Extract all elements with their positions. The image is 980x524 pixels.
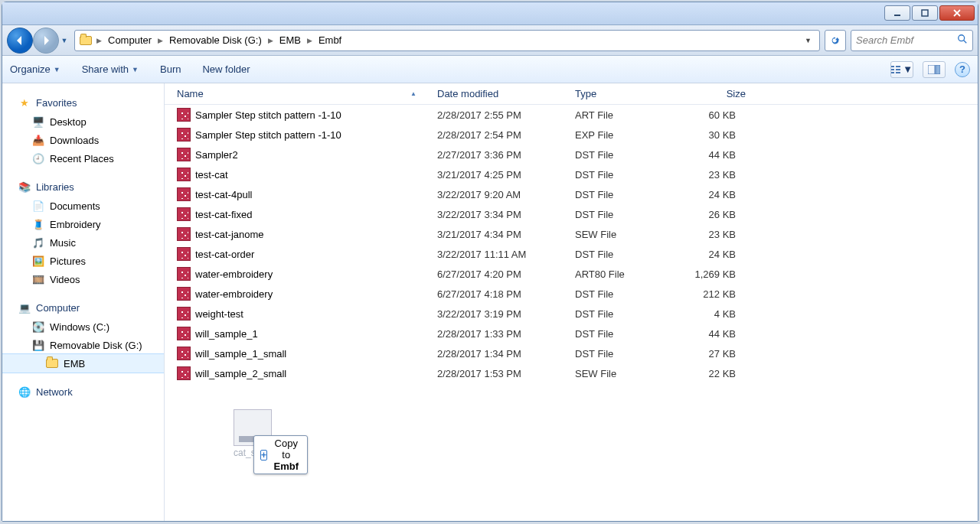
column-header-date[interactable]: Date modified [431, 88, 569, 99]
chevron-right-icon[interactable]: ▶ [95, 37, 103, 44]
file-name: water-embroidery [195, 288, 273, 300]
sidebar-item-downloads[interactable]: 📥Downloads [2, 131, 164, 149]
embroidery-file-icon [177, 267, 191, 281]
sidebar-item-music[interactable]: 🎵Music [2, 233, 164, 252]
help-button[interactable]: ? [955, 62, 970, 77]
network-icon: 🌐 [18, 385, 31, 399]
forward-button[interactable] [33, 28, 59, 54]
folder-icon [45, 356, 59, 370]
sidebar-item-emb-folder[interactable]: EMB [2, 354, 164, 373]
file-row[interactable]: will_sample_2_small2/28/2017 1:53 PMSEW … [165, 363, 978, 383]
back-button[interactable] [7, 28, 33, 54]
embroidery-file-icon [177, 207, 191, 221]
file-row[interactable]: Sampler Step stitch pattern -1-102/28/20… [165, 125, 978, 145]
sidebar-item-desktop[interactable]: 🖥️Desktop [2, 112, 164, 131]
file-name: water-embroidery [195, 269, 273, 280]
file-type: DST File [569, 209, 661, 220]
file-date: 2/28/2017 1:53 PM [431, 368, 569, 379]
refresh-button[interactable] [825, 30, 846, 51]
organize-menu[interactable]: Organize▼ [10, 63, 60, 75]
downloads-icon: 📥 [31, 133, 45, 147]
file-size: 4 KB [661, 308, 753, 320]
file-name: will_sample_1_small [195, 348, 286, 360]
sidebar-item-removable-g[interactable]: 💾Removable Disk (G:) [2, 336, 164, 354]
preview-pane-button[interactable] [923, 61, 946, 78]
file-row[interactable]: test-cat-order3/22/2017 11:11 AMDST File… [165, 244, 978, 264]
chevron-down-icon: ▼ [903, 63, 913, 75]
column-header-type[interactable]: Type [569, 88, 661, 99]
file-row[interactable]: will_sample_12/28/2017 1:33 PMDST File44… [165, 324, 978, 343]
sidebar-item-videos[interactable]: 🎞️Videos [2, 270, 164, 288]
file-size: 27 KB [661, 348, 753, 360]
file-row[interactable]: Sampler Step stitch pattern -1-102/28/20… [165, 105, 978, 125]
sidebar-item-recent-places[interactable]: 🕘Recent Places [2, 149, 164, 168]
embroidery-file-icon [177, 108, 191, 122]
file-row[interactable]: test-cat3/21/2017 4:25 PMDST File23 KB [165, 164, 978, 184]
close-button[interactable] [939, 5, 975, 21]
breadcrumb-computer[interactable]: Computer [105, 33, 155, 47]
share-with-menu[interactable]: Share with▼ [82, 63, 139, 75]
file-row[interactable]: Sampler22/27/2017 3:36 PMDST File44 KB [165, 145, 978, 164]
file-rows[interactable]: Sampler Step stitch pattern -1-102/28/20… [165, 105, 978, 521]
address-bar[interactable]: ▶ Computer ▶ Removable Disk (G:) ▶ EMB ▶… [74, 30, 820, 51]
computer-group[interactable]: 💻 Computer [2, 298, 164, 317]
embroidery-file-icon [177, 227, 191, 241]
history-dropdown[interactable]: ▼ [59, 29, 70, 52]
star-icon: ★ [18, 96, 31, 109]
file-date: 2/28/2017 1:34 PM [431, 348, 569, 360]
documents-icon: 📄 [31, 199, 45, 213]
file-row[interactable]: water-embroidery6/27/2017 4:20 PMART80 F… [165, 264, 978, 284]
libraries-group[interactable]: 📚 Libraries [2, 177, 164, 197]
sidebar-item-pictures[interactable]: 🖼️Pictures [2, 252, 164, 270]
file-size: 26 KB [661, 209, 753, 220]
chevron-right-icon[interactable]: ▶ [305, 37, 314, 44]
music-icon: 🎵 [31, 236, 45, 249]
file-date: 3/22/2017 9:20 AM [431, 189, 569, 200]
file-row[interactable]: will_sample_1_small2/28/2017 1:34 PMDST … [165, 343, 978, 363]
new-folder-button[interactable]: New folder [202, 63, 250, 75]
embroidery-file-icon [177, 347, 191, 360]
embroidery-file-icon [177, 327, 191, 340]
svg-rect-7 [896, 69, 900, 70]
file-name: weight-test [195, 308, 243, 320]
minimize-button[interactable] [884, 5, 910, 21]
breadcrumb-disk[interactable]: Removable Disk (G:) [166, 33, 265, 47]
file-name: Sampler Step stitch pattern -1-10 [195, 129, 341, 141]
desktop-icon: 🖥️ [31, 115, 45, 129]
breadcrumb-emb[interactable]: EMB [276, 33, 304, 47]
file-row[interactable]: test-cat-janome3/21/2017 4:34 PMSEW File… [165, 224, 978, 244]
svg-rect-9 [896, 72, 900, 73]
file-row[interactable]: weight-test3/22/2017 3:19 PMDST File4 KB [165, 304, 978, 324]
chevron-right-icon[interactable]: ▶ [156, 37, 165, 44]
column-header-name[interactable]: Name▲ [171, 88, 431, 99]
search-placeholder: Search Embf [856, 34, 913, 46]
embroidery-file-icon [177, 168, 191, 181]
svg-rect-4 [891, 66, 894, 67]
address-dropdown[interactable]: ▼ [800, 35, 816, 46]
column-headers: Name▲ Date modified Type Size [165, 83, 978, 105]
file-row[interactable]: water-embroidery6/27/2017 4:18 PMDST Fil… [165, 284, 978, 304]
sidebar-item-documents[interactable]: 📄Documents [2, 197, 164, 215]
search-input[interactable]: Search Embf [851, 30, 973, 51]
embroidery-file-icon [177, 366, 191, 380]
view-options-button[interactable]: ▼ [890, 61, 913, 78]
chevron-right-icon[interactable]: ▶ [266, 37, 275, 44]
embroidery-file-icon [177, 148, 191, 161]
burn-button[interactable]: Burn [160, 63, 181, 75]
file-size: 1,269 KB [661, 269, 753, 280]
file-type: EXP File [569, 129, 661, 141]
breadcrumb-embf[interactable]: Embf [315, 33, 345, 47]
file-row[interactable]: test-cat-4pull3/22/2017 9:20 AMDST File2… [165, 184, 978, 204]
sidebar-item-embroidery[interactable]: 🧵Embroidery [2, 215, 164, 233]
file-name: test-cat-janome [195, 229, 264, 240]
svg-rect-0 [894, 15, 900, 16]
file-type: DST File [569, 149, 661, 161]
favorites-group[interactable]: ★ Favorites [2, 93, 164, 112]
maximize-button[interactable] [912, 5, 938, 21]
search-icon [957, 34, 968, 47]
column-header-size[interactable]: Size [661, 88, 753, 99]
network-group[interactable]: 🌐 Network [2, 382, 164, 402]
file-row[interactable]: test-cat-fixed3/22/2017 3:34 PMDST File2… [165, 204, 978, 224]
sidebar-item-windows-c[interactable]: 💽Windows (C:) [2, 317, 164, 336]
folder-icon [78, 33, 93, 48]
